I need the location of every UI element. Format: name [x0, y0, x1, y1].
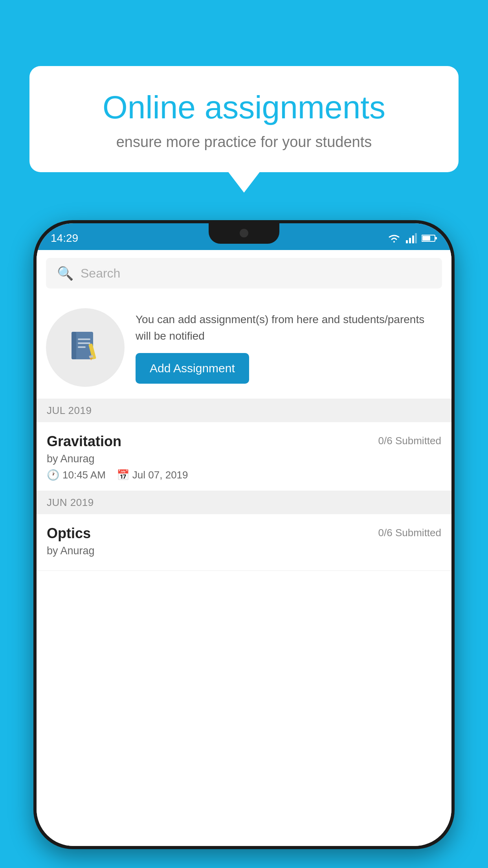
assignment-item-gravitation[interactable]: Gravitation 0/6 Submitted by Anurag 🕐 10…	[37, 422, 451, 491]
month-divider-jun: JUN 2019	[37, 491, 451, 514]
assignment-by-gravitation: by Anurag	[47, 453, 441, 465]
assignment-meta-gravitation: 🕐 10:45 AM 📅 Jul 07, 2019	[47, 469, 441, 481]
notch	[209, 223, 279, 244]
search-bar-container: 🔍 Search	[37, 250, 451, 296]
assignment-cta: You can add assignment(s) from here and …	[37, 296, 451, 399]
svg-rect-1	[409, 238, 411, 243]
svg-rect-11	[78, 346, 86, 348]
assignment-date: 📅 Jul 07, 2019	[117, 469, 188, 481]
search-icon: 🔍	[57, 265, 73, 281]
phone-inner: 14:29	[37, 223, 451, 846]
battery-icon	[422, 234, 437, 243]
svg-rect-5	[422, 236, 430, 241]
assignment-date-value: Jul 07, 2019	[132, 469, 188, 481]
assignment-name-gravitation: Gravitation	[47, 433, 121, 450]
wifi-icon	[387, 233, 401, 243]
screen-content: 🔍 Search	[37, 250, 451, 846]
camera	[240, 229, 248, 237]
month-divider-jul: JUL 2019	[37, 399, 451, 422]
speech-bubble-container: Online assignments ensure more practice …	[29, 66, 459, 172]
phone-screen: 14:29	[37, 223, 451, 846]
status-time: 14:29	[51, 232, 78, 245]
notebook-icon	[68, 330, 103, 365]
signal-icon	[406, 233, 417, 243]
search-bar[interactable]: 🔍 Search	[46, 258, 442, 289]
cta-content: You can add assignment(s) from here and …	[136, 311, 442, 384]
speech-bubble: Online assignments ensure more practice …	[29, 66, 459, 172]
clock-icon: 🕐	[47, 469, 59, 481]
assignment-row1-optics: Optics 0/6 Submitted	[47, 525, 441, 542]
status-icons	[387, 233, 437, 243]
cta-description: You can add assignment(s) from here and …	[136, 311, 442, 344]
svg-rect-0	[406, 240, 408, 243]
svg-rect-10	[78, 342, 90, 344]
cta-icon-circle	[46, 308, 125, 387]
phone-frame: 14:29	[33, 220, 455, 849]
search-placeholder: Search	[81, 266, 120, 281]
assignment-row1: Gravitation 0/6 Submitted	[47, 433, 441, 450]
assignment-item-optics[interactable]: Optics 0/6 Submitted by Anurag	[37, 514, 451, 571]
svg-rect-2	[412, 235, 414, 243]
svg-rect-6	[435, 237, 437, 239]
svg-rect-8	[72, 332, 76, 359]
assignment-name-optics: Optics	[47, 525, 91, 542]
assignment-submitted-optics: 0/6 Submitted	[378, 527, 441, 539]
assignment-submitted-gravitation: 0/6 Submitted	[378, 435, 441, 447]
add-assignment-button[interactable]: Add Assignment	[136, 353, 249, 384]
calendar-icon: 📅	[117, 469, 129, 481]
assignment-time-value: 10:45 AM	[62, 469, 106, 481]
speech-bubble-title: Online assignments	[57, 90, 431, 125]
svg-rect-3	[415, 233, 417, 243]
svg-rect-9	[78, 338, 90, 340]
speech-bubble-subtitle: ensure more practice for your students	[57, 134, 431, 151]
assignment-by-optics: by Anurag	[47, 545, 441, 557]
assignment-time: 🕐 10:45 AM	[47, 469, 106, 481]
